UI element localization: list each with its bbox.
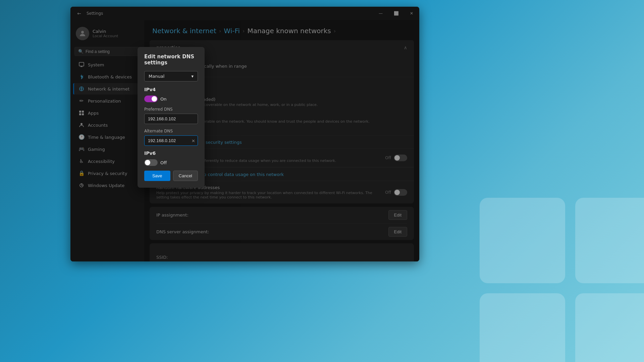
- ipv4-toggle-row: On: [144, 96, 198, 102]
- clear-alternate-dns-button[interactable]: ✕: [192, 138, 195, 143]
- dns-mode-dropdown[interactable]: Manual ▾: [144, 71, 198, 81]
- ipv6-toggle[interactable]: [144, 159, 158, 166]
- alternate-dns-input[interactable]: [144, 135, 198, 146]
- modal-overlay: Edit network DNS settings Manual ▾ IPv4 …: [70, 7, 419, 261]
- ipv4-section-title: IPv4: [144, 87, 198, 92]
- dns-modal: Edit network DNS settings Manual ▾ IPv4 …: [138, 47, 205, 188]
- settings-window: ← Settings — ⬜ ✕ Calvin Local Account: [70, 7, 419, 261]
- save-button[interactable]: Save: [144, 171, 170, 181]
- alternate-dns-input-wrap: ✕: [144, 135, 198, 146]
- preferred-dns-label: Preferred DNS: [144, 107, 198, 112]
- ipv4-toggle[interactable]: [144, 96, 158, 102]
- cancel-button[interactable]: Cancel: [173, 171, 198, 181]
- modal-title: Edit network DNS settings: [144, 54, 198, 66]
- alternate-dns-label: Alternate DNS: [144, 129, 198, 133]
- ipv6-toggle-knob: [145, 160, 150, 165]
- ipv6-section-title: IPv6: [144, 150, 198, 156]
- svg-rect-1: [575, 198, 644, 283]
- ipv4-toggle-knob: [152, 96, 157, 102]
- ipv6-toggle-label: Off: [160, 160, 167, 165]
- svg-rect-3: [575, 293, 644, 362]
- ipv6-toggle-row: Off: [144, 159, 198, 166]
- dropdown-chevron-icon: ▾: [191, 74, 194, 79]
- dns-mode-value: Manual: [149, 74, 164, 79]
- svg-rect-0: [480, 198, 565, 283]
- preferred-dns-input[interactable]: [144, 114, 198, 124]
- ipv4-toggle-label: On: [160, 97, 166, 102]
- modal-footer: Save Cancel: [144, 171, 198, 181]
- svg-rect-2: [480, 293, 565, 362]
